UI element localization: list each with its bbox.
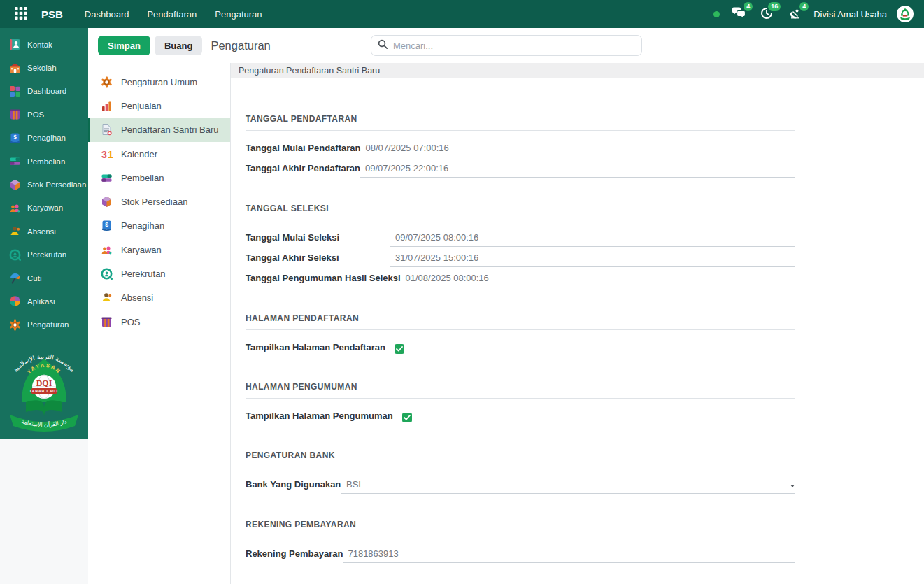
sidebar-item-label: Pengaturan (27, 320, 69, 329)
control-panel: Simpan Buang Pengaturan (88, 28, 924, 63)
settings-nav-kalender[interactable]: 31Kalender (88, 142, 230, 166)
field-row-tampilkan-halaman-pengumuman: Tampilkan Halaman Pengumuman (246, 411, 795, 425)
tanggal-akhir-seleksi-input[interactable]: 31/07/2025 15:00:16 (390, 252, 795, 267)
svg-text:TANAH LAUT: TANAH LAUT (29, 389, 59, 393)
tanggal-mulai-seleksi-input[interactable]: 09/07/2025 08:00:16 (390, 232, 795, 247)
breadcrumb: Pengaturan (211, 39, 270, 52)
section-title: PENGATURAN BANK (246, 450, 795, 467)
main-panel: Pengaturan Pendaftaran Santri Baru TANGG… (231, 63, 924, 584)
field-row-tanggal-mulai-seleksi: Tanggal Mulai Seleksi09/07/2025 08:00:16 (246, 227, 795, 247)
settings-nav-karyawan[interactable]: Karyawan (88, 238, 230, 262)
tanggal-mulai-pendaftaran-input[interactable]: 08/07/2025 07:00:16 (360, 143, 795, 157)
sidebar-item-stok-persediaan[interactable]: Stok Persediaan (0, 173, 88, 196)
section-title: REKENING PEMBAYARAN (246, 520, 795, 536)
field-row-tanggal-akhir-pendaftaran: Tanggal Akhir Pendaftaran09/07/2025 22:0… (246, 157, 795, 178)
invoicing-icon: $ (101, 220, 113, 232)
tanggal-akhir-pendaftaran-input[interactable]: 09/07/2025 22:00:16 (360, 163, 795, 178)
messages-badge: 4 (744, 2, 753, 11)
sidebar-item-cuti[interactable]: Cuti (0, 266, 88, 290)
settings-nav-pos[interactable]: POS (88, 310, 230, 334)
discard-button[interactable]: Buang (155, 36, 202, 55)
sidebar-item-pengaturan[interactable]: Pengaturan (0, 313, 88, 336)
notifications-button[interactable]: 4 (786, 6, 804, 22)
sidebar-item-label: Cuti (27, 274, 41, 283)
apps-grid-icon (15, 7, 27, 22)
recruitment-icon (101, 268, 113, 280)
section-halaman-pendaftaran: HALAMAN PENDAFTARANTampilkan Halaman Pen… (246, 313, 795, 356)
pos-icon (101, 316, 113, 328)
sidebar-item-pos[interactable]: POS (0, 103, 88, 126)
activities-button[interactable]: 16 (758, 6, 776, 22)
settings-nav-perekrutan[interactable]: Perekrutan (88, 262, 230, 285)
rekening-pembayaran-input[interactable]: 7181863913 (343, 548, 795, 563)
sidebar-item-penagihan[interactable]: $Penagihan (0, 127, 88, 150)
sidebar-item-label: Pembelian (27, 157, 65, 166)
sidebar-item-dashboard[interactable]: Dashboard (0, 80, 88, 103)
nav-menu-pendaftaran[interactable]: Pendaftaran (139, 6, 204, 23)
section-pengaturan-bank: PENGATURAN BANKBank Yang DigunakanBSI (246, 450, 795, 494)
field-row-rekening-pembayaran: Rekening Pembayaran7181863913 (246, 543, 795, 563)
nav-menu-dashboard[interactable]: Dashboard (77, 6, 137, 23)
tanggal-mulai-seleksi-label: Tanggal Mulai Seleksi (246, 232, 390, 247)
nav-menu-pengaturan[interactable]: Pengaturan (207, 6, 269, 23)
settings-nav-pembelian[interactable]: Pembelian (88, 166, 230, 190)
svg-text:$: $ (13, 134, 17, 141)
employees-icon (9, 202, 21, 214)
sidebar-item-label: Perekrutan (27, 250, 66, 259)
settings-nav-penagihan[interactable]: $Penagihan (88, 214, 230, 238)
navbar-systray: 4 16 4 Divisi Amal Usaha (713, 6, 914, 22)
section-halaman-pengumuman: HALAMAN PENGUMUMANTampilkan Halaman Peng… (246, 382, 795, 425)
sidebar-item-absensi[interactable]: Absensi (0, 220, 88, 243)
settings-nav-penjualan[interactable]: Penjualan (88, 94, 230, 117)
search-input[interactable] (393, 41, 635, 51)
messages-button[interactable]: 4 (730, 6, 748, 22)
sidebar-item-label: Dashboard (27, 87, 66, 95)
settings-nav-pendaftaran-santri-baru[interactable]: Pendaftaran Santri Baru (88, 118, 230, 142)
settings-nav-pengaturan-umum[interactable]: Pengaturan Umum (88, 70, 230, 94)
purchase-icon (9, 155, 21, 167)
sidebar-item-aplikasi[interactable]: Aplikasi (0, 290, 88, 313)
tampilkan-halaman-pendaftaran-checkbox[interactable] (395, 344, 404, 354)
purchase-icon (101, 172, 113, 184)
psb-doc-icon (101, 124, 113, 136)
search-icon (378, 39, 388, 52)
user-name[interactable]: Divisi Amal Usaha (813, 9, 887, 20)
settings-nav-label: Pembelian (121, 173, 164, 183)
svg-text:DQI: DQI (36, 378, 52, 388)
sidebar-item-karyawan[interactable]: Karyawan (0, 197, 88, 220)
section-title: TANGGAL SELEKSI (246, 204, 795, 220)
tampilkan-halaman-pengumuman-checkbox[interactable] (402, 413, 412, 422)
tanggal-pengumuman-hasil-seleksi-input[interactable]: 01/08/2025 08:00:16 (401, 273, 795, 287)
gear-icon (9, 319, 21, 331)
school-icon (9, 62, 21, 74)
sidebar-item-sekolah[interactable]: Sekolah (0, 56, 88, 79)
sidebar-item-perekrutan[interactable]: Perekrutan (0, 243, 88, 266)
sales-bars-icon (101, 100, 113, 112)
apps-colored-icon (9, 295, 21, 307)
section-rows: Tanggal Mulai Seleksi09/07/2025 08:00:16… (246, 227, 795, 287)
attendance-icon (9, 225, 21, 237)
app-title: PSB (41, 8, 63, 20)
foundation-logo: مؤسسة التربية الإسلاميةYAYASANDQITANAH L… (0, 342, 88, 434)
settings-nav-stok-persediaan[interactable]: Stok Persediaan (88, 190, 230, 213)
settings-nav-absensi[interactable]: Absensi (88, 286, 230, 310)
settings-form: TANGGAL PENDAFTARANTanggal Mulai Pendaft… (246, 114, 795, 584)
svg-text:3: 3 (101, 148, 107, 159)
rekening-pembayaran-label: Rekening Pembayaran (246, 548, 343, 563)
apps-menu-button[interactable] (10, 3, 31, 24)
app-sidebar: KontakSekolahDashboardPOS$PenagihanPembe… (0, 28, 88, 439)
sidebar-item-pembelian[interactable]: Pembelian (0, 150, 88, 173)
page-title: Pengaturan Pendaftaran Santri Baru (231, 63, 924, 78)
sidebar-item-kontak[interactable]: Kontak (0, 33, 88, 56)
section-rows: Bank Yang DigunakanBSI (246, 473, 795, 494)
settings-nav-label: Stok Persediaan (121, 197, 187, 207)
inventory-icon (9, 179, 21, 191)
navbar-left: PSB DashboardPendaftaranPengaturan (10, 3, 270, 24)
bank-yang-digunakan-input[interactable]: BSI (341, 479, 795, 494)
tampilkan-halaman-pengumuman-label: Tampilkan Halaman Pengumuman (246, 411, 393, 425)
sidebar-item-label: Sekolah (27, 64, 57, 72)
user-avatar[interactable] (897, 6, 914, 22)
svg-text:$: $ (105, 221, 108, 228)
save-button[interactable]: Simpan (98, 36, 150, 55)
section-rows: Tampilkan Halaman Pengumuman (246, 411, 795, 425)
